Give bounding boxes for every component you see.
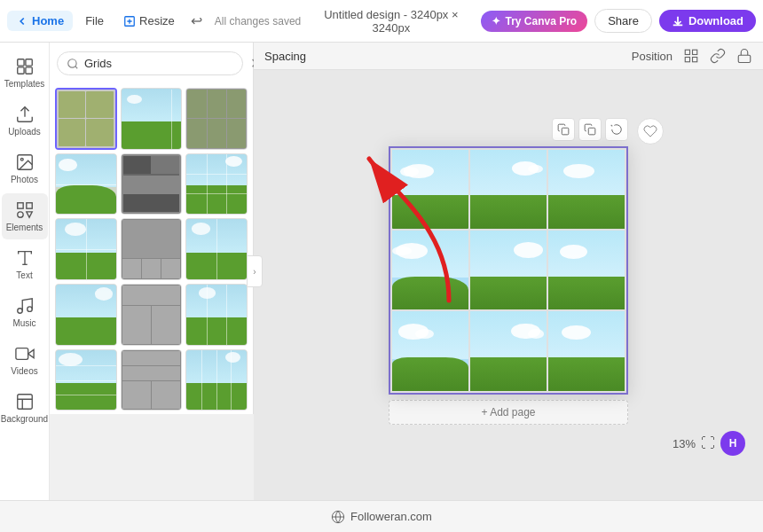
grid-thumb-5[interactable] bbox=[121, 153, 183, 215]
watermark-text: Followeran.com bbox=[350, 510, 432, 523]
svg-rect-2 bbox=[25, 59, 31, 66]
sidebar-item-elements[interactable]: Elements bbox=[2, 193, 48, 239]
add-page-label: + Add page bbox=[395, 406, 622, 419]
try-canva-button[interactable]: ✦ Try Canva Pro bbox=[481, 11, 587, 32]
svg-rect-1 bbox=[17, 59, 23, 66]
home-button[interactable]: Home bbox=[7, 11, 73, 31]
topbar-right: ✦ Try Canva Pro Share Download bbox=[481, 9, 756, 33]
watermark: Followeran.com bbox=[331, 510, 432, 524]
grid-thumb-1[interactable] bbox=[55, 88, 117, 150]
panel-header: ✕ bbox=[50, 43, 253, 84]
grid-thumb-15[interactable] bbox=[185, 349, 248, 411]
sidebar-item-videos[interactable]: Videos bbox=[2, 337, 48, 383]
grid-thumb-14[interactable] bbox=[121, 349, 183, 411]
search-icon bbox=[67, 58, 79, 70]
download-label: Download bbox=[688, 14, 743, 27]
search-input[interactable] bbox=[84, 57, 233, 70]
canva-star-icon: ✦ bbox=[492, 15, 500, 27]
grid-thumb-7[interactable] bbox=[55, 218, 117, 280]
download-icon bbox=[672, 15, 684, 27]
svg-rect-20 bbox=[685, 50, 689, 54]
svg-point-7 bbox=[20, 158, 23, 160]
grid-thumb-2[interactable] bbox=[121, 88, 183, 150]
duplicate-icon-btn[interactable] bbox=[552, 118, 575, 141]
help-button[interactable]: H bbox=[720, 431, 745, 456]
favorite-button[interactable] bbox=[637, 118, 664, 145]
uploads-label: Uploads bbox=[8, 127, 41, 137]
videos-label: Videos bbox=[11, 366, 37, 376]
zoom-percent: 13% bbox=[673, 437, 696, 450]
heart-icon bbox=[643, 124, 657, 138]
photos-label: Photos bbox=[11, 175, 38, 184]
chevron-left-icon bbox=[16, 15, 28, 27]
position-label[interactable]: Position bbox=[632, 50, 673, 63]
lock-icon[interactable] bbox=[736, 48, 752, 64]
sidebar-item-background[interactable]: Background bbox=[2, 385, 48, 431]
undo-button[interactable]: ↩ bbox=[187, 9, 206, 33]
svg-rect-23 bbox=[693, 58, 697, 62]
svg-point-14 bbox=[17, 309, 22, 314]
svg-rect-21 bbox=[693, 50, 697, 54]
svg-rect-24 bbox=[738, 55, 751, 62]
grid-thumb-3[interactable] bbox=[185, 88, 248, 150]
videos-icon bbox=[15, 344, 35, 364]
toolbar-right: Position bbox=[632, 48, 752, 64]
panel-collapse-handle[interactable]: › bbox=[247, 255, 263, 287]
svg-marker-16 bbox=[28, 349, 33, 357]
svg-rect-9 bbox=[26, 203, 31, 208]
topbar: Home File Resize ↩ All changes saved Unt… bbox=[0, 0, 763, 43]
svg-rect-25 bbox=[562, 128, 569, 135]
svg-point-19 bbox=[68, 59, 76, 66]
svg-marker-11 bbox=[26, 212, 31, 217]
canvas-frame[interactable] bbox=[389, 146, 628, 395]
background-label: Background bbox=[1, 414, 48, 424]
grid-thumb-10[interactable] bbox=[55, 284, 117, 346]
grid-thumb-11[interactable] bbox=[121, 284, 183, 346]
svg-rect-3 bbox=[17, 67, 23, 74]
sidebar-item-text[interactable]: Text bbox=[2, 241, 48, 287]
templates-label: Templates bbox=[4, 79, 45, 89]
add-page-button[interactable]: + Add page bbox=[389, 400, 628, 425]
grid-thumb-6[interactable] bbox=[185, 153, 248, 215]
grid-thumb-9[interactable] bbox=[185, 218, 248, 280]
sidebar-item-music[interactable]: Music bbox=[2, 289, 48, 335]
file-menu[interactable]: File bbox=[78, 11, 111, 31]
music-icon bbox=[15, 296, 35, 316]
link-icon[interactable] bbox=[710, 48, 726, 64]
sidebar-item-uploads[interactable]: Uploads bbox=[2, 98, 48, 144]
grid-thumb-12[interactable] bbox=[185, 284, 248, 346]
rotate-icon bbox=[610, 123, 623, 136]
sidebar-item-photos[interactable]: Photos bbox=[2, 145, 48, 192]
rotate-icon-btn[interactable] bbox=[605, 118, 628, 141]
resize-button[interactable]: Resize bbox=[116, 11, 182, 31]
download-button[interactable]: Download bbox=[659, 10, 756, 32]
photos-icon bbox=[15, 153, 35, 172]
panel-wrapper: ✕ bbox=[50, 43, 254, 500]
panel-content bbox=[50, 84, 253, 414]
svg-point-10 bbox=[17, 212, 22, 217]
search-box[interactable] bbox=[57, 51, 243, 75]
elements-label: Elements bbox=[6, 223, 43, 232]
globe-icon bbox=[331, 510, 345, 524]
grid-view-icon[interactable] bbox=[683, 48, 699, 64]
search-panel: ✕ bbox=[50, 43, 254, 414]
svg-rect-22 bbox=[685, 58, 689, 62]
sidebar-item-templates[interactable]: Templates bbox=[2, 50, 48, 96]
copy-icon bbox=[584, 123, 596, 136]
grid-thumb-13[interactable] bbox=[55, 349, 117, 411]
svg-rect-8 bbox=[17, 203, 22, 208]
try-canva-label: Try Canva Pro bbox=[505, 15, 577, 27]
copy-icon-btn[interactable] bbox=[578, 118, 602, 141]
share-button[interactable]: Share bbox=[594, 9, 652, 33]
grid-thumb-4[interactable] bbox=[55, 153, 117, 215]
spacing-label: Spacing bbox=[264, 50, 306, 63]
fullscreen-button[interactable]: ⛶ bbox=[701, 435, 715, 451]
grid-thumb-8[interactable] bbox=[121, 218, 183, 280]
canvas-main: + Add page 13% ⛶ H bbox=[254, 70, 763, 500]
sidebar-icons: Templates Uploads Photos Elements bbox=[0, 43, 50, 500]
canvas-area: Spacing Position bbox=[254, 43, 763, 500]
svg-rect-4 bbox=[25, 67, 31, 74]
grid-thumbnails bbox=[55, 88, 248, 411]
canvas-toolbar: Spacing Position bbox=[254, 43, 763, 70]
resize-label: Resize bbox=[139, 14, 175, 27]
